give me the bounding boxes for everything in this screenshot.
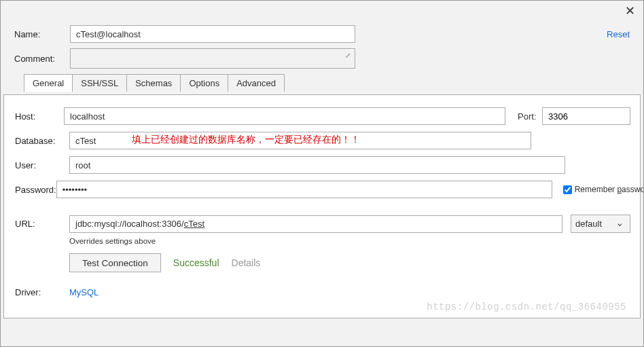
comment-input[interactable]: ⤢: [70, 48, 355, 69]
host-label: Host:: [15, 111, 64, 122]
watermark-text: https://blog.csdn.net/qq_36640955: [427, 302, 626, 312]
tab-schemas[interactable]: Schemas: [126, 74, 181, 92]
overrides-note: Overrides settings above: [69, 237, 630, 245]
url-input[interactable]: jdbc:mysql://localhost:3306/cTest: [69, 215, 562, 233]
remember-password-checkbox[interactable]: Remember password: [560, 183, 644, 196]
tab-advanced[interactable]: Advanced: [228, 74, 285, 92]
expand-icon[interactable]: ⤢: [345, 52, 351, 59]
port-input[interactable]: [542, 107, 630, 125]
url-label: URL:: [15, 219, 69, 229]
close-icon[interactable]: ✕: [625, 3, 635, 18]
name-input[interactable]: [70, 25, 355, 43]
name-label: Name:: [14, 29, 70, 39]
details-link[interactable]: Details: [232, 257, 261, 268]
password-label: Password:: [15, 185, 56, 195]
database-label: Database:: [15, 136, 69, 146]
driver-label: Driver:: [15, 287, 69, 297]
comment-label: Comment:: [14, 54, 70, 64]
user-label: User:: [15, 160, 69, 170]
remember-checkbox-box[interactable]: [563, 185, 572, 194]
user-input[interactable]: [69, 156, 565, 174]
port-label: Port:: [518, 111, 542, 122]
driver-link[interactable]: MySQL: [69, 287, 99, 297]
test-connection-button[interactable]: Test Connection: [69, 253, 161, 272]
url-scheme-select[interactable]: default: [571, 215, 630, 233]
host-input[interactable]: [64, 107, 505, 125]
tab-general[interactable]: General: [24, 74, 73, 92]
general-panel: Host: Port: Database: 填上已经创建过的数据库名称，一定要已…: [3, 94, 641, 318]
tab-bar: General SSH/SSL Schemas Options Advanced: [24, 74, 630, 92]
reset-link[interactable]: Reset: [607, 29, 630, 39]
database-input[interactable]: [69, 132, 531, 149]
password-input[interactable]: ••••••••: [56, 181, 552, 198]
tab-sshssl[interactable]: SSH/SSL: [72, 74, 127, 92]
connection-status: Successful: [173, 257, 219, 268]
tab-options[interactable]: Options: [180, 74, 228, 92]
